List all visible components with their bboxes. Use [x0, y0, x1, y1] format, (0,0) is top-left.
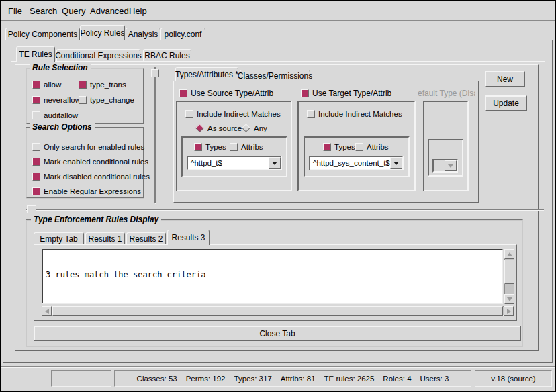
default-type-dropdown-button [445, 160, 457, 171]
results-summary: 3 rules match the search criteria [46, 270, 499, 279]
close-tab-button-label: Close Tab [259, 329, 295, 338]
new-button[interactable]: New [485, 71, 525, 87]
checkbox-auditallow[interactable]: auditallow [32, 110, 78, 120]
menu-advanced[interactable]: Advanced [90, 6, 129, 16]
checkbox-use-target[interactable]: Use Target Type/Attrib [301, 88, 391, 98]
update-button[interactable]: Update [485, 95, 527, 111]
tab-results-2[interactable]: Results 2 [126, 232, 166, 244]
checkbox-target-attribs[interactable]: Attribs [355, 142, 389, 152]
checkbox-mark-disabled[interactable]: Mark disabled conditional rules [32, 171, 150, 181]
checkbox-source-types[interactable]: Types [194, 142, 226, 152]
menu-search[interactable]: Search [30, 6, 57, 16]
checkbox-use-source[interactable]: Use Source Type/Attrib [179, 88, 273, 98]
tab-policy-rules[interactable]: Policy Rules [80, 25, 125, 40]
vscrollbar-down-button[interactable] [504, 294, 514, 304]
checkbox-type-change[interactable]: type_change [79, 95, 134, 105]
checkbox-allow[interactable]: allow [32, 79, 61, 89]
checkbox-target-types[interactable]: Types [323, 142, 355, 152]
radio-any[interactable]: Any [242, 123, 267, 133]
enable-regex-checkbox-indicator [32, 187, 40, 195]
checkbox-enable-regex[interactable]: Enable Regular Expressions [32, 186, 141, 196]
tab-rbac-rules-label: RBAC Rules [144, 51, 189, 60]
results-text-area[interactable]: 3 rules match the search criteria (5822)… [42, 249, 503, 304]
hscrollbar-right-button[interactable] [504, 306, 514, 316]
status-cell-version: v.18 (source) [475, 370, 552, 387]
menu-help[interactable]: Help [129, 6, 147, 16]
source-types-checkbox-indicator [194, 143, 202, 151]
target-types-checkbox-indicator [323, 143, 331, 151]
horizontal-sash[interactable] [26, 209, 544, 210]
checkbox-neverallow[interactable]: neverallow [32, 95, 81, 105]
menu-bar: File Search Query Advanced Help [1, 1, 555, 20]
target-attribs-checkbox-indicator [355, 143, 363, 151]
tab-conditional-expressions[interactable]: Conditional Expressions [56, 49, 140, 61]
mark-disabled-checkbox-indicator [32, 173, 40, 181]
vertical-sash[interactable] [154, 67, 156, 203]
target-types-checkbox-label: Types [334, 143, 355, 151]
checkbox-target-indirect[interactable]: Include Indirect Matches [307, 109, 402, 119]
target-combobox-dropdown-button[interactable] [390, 157, 402, 169]
source-type-combobox[interactable]: ^httpd_t$ [187, 156, 282, 170]
default-type-combobox-disabled [432, 159, 458, 173]
status-classes: Classes: 53 [137, 375, 177, 383]
tab-types-attributes[interactable]: Types/Attributes * [175, 67, 238, 81]
tab-te-rules[interactable]: TE Rules [16, 46, 55, 62]
tab-results-2-label: Results 2 [129, 234, 163, 244]
update-button-label: Update [493, 99, 519, 108]
target-type-combobox[interactable]: ^httpd_sys_content_t$ [309, 156, 404, 170]
statusbar-separator-light [1, 367, 555, 368]
rule-selection-title: Rule Selection [30, 63, 91, 72]
arrow-up-icon [507, 252, 512, 256]
apol-window: File Search Query Advanced Help Policy C… [0, 0, 556, 392]
vscrollbar-up-button[interactable] [504, 249, 514, 259]
tab-policy-components[interactable]: Policy Components [5, 28, 80, 40]
status-version-label: v.18 (source) [491, 375, 535, 383]
tab-classes-permissions[interactable]: Classes/Permissions [240, 70, 310, 81]
tab-results-1[interactable]: Results 1 [85, 232, 125, 244]
any-radio-label: Any [254, 124, 267, 132]
checkbox-source-attribs[interactable]: Attribs [230, 142, 263, 152]
close-tab-button[interactable]: Close Tab [34, 326, 521, 341]
status-types: Types: 317 [234, 375, 272, 383]
arrow-down-icon [507, 297, 512, 301]
tab-policy-conf[interactable]: policy.conf [160, 28, 205, 40]
target-indirect-checkbox-label: Include Indirect Matches [318, 110, 402, 118]
arrow-right-icon [507, 309, 511, 314]
source-attribs-checkbox-label: Attribs [241, 143, 263, 151]
checkbox-type-trans[interactable]: type_trans [79, 79, 126, 89]
tab-analysis[interactable]: Analysis [126, 28, 160, 40]
use-target-checkbox-label: Use Target Type/Attrib [312, 89, 391, 98]
chevron-down-icon [393, 162, 399, 165]
tab-rbac-rules[interactable]: RBAC Rules [143, 49, 191, 61]
hscrollbar-thumb[interactable] [52, 306, 503, 316]
source-indirect-checkbox-label: Include Indirect Matches [197, 110, 281, 118]
menu-query[interactable]: Query [62, 6, 85, 16]
source-combobox-dropdown-button[interactable] [269, 157, 281, 169]
vertical-sash-handle[interactable] [151, 69, 159, 77]
tab-classes-permissions-label: Classes/Permissions [238, 71, 312, 81]
any-radio-indicator [242, 124, 250, 132]
type-change-checkbox-label: type_change [90, 96, 134, 104]
checkbox-mark-enabled[interactable]: Mark enabled conditional rules [32, 156, 148, 166]
tab-empty-tab[interactable]: Empty Tab [34, 232, 84, 244]
tab-analysis-label: Analysis [128, 30, 158, 39]
menu-file[interactable]: File [8, 6, 22, 16]
status-cell-empty [51, 370, 111, 387]
checkbox-source-indirect[interactable]: Include Indirect Matches [185, 109, 281, 119]
target-attribs-checkbox-label: Attribs [367, 143, 389, 151]
checkbox-only-enabled[interactable]: Only search for enabled rules [32, 142, 144, 152]
tab-policy-conf-label: policy.conf [165, 30, 202, 39]
status-users: Users: 3 [420, 375, 449, 383]
hscrollbar-left-button[interactable] [42, 306, 52, 316]
tab-results-3[interactable]: Results 3 [167, 230, 210, 245]
tab-results-1-label: Results 1 [88, 234, 122, 244]
allow-checkbox-label: allow [44, 81, 61, 89]
vscrollbar-thumb[interactable] [504, 260, 514, 284]
use-source-checkbox-label: Use Source Type/Attrib [191, 89, 273, 98]
target-type-combobox-value: ^httpd_sys_content_t$ [310, 157, 390, 169]
arrow-left-icon [45, 309, 49, 314]
radio-as-source[interactable]: As source [195, 123, 242, 133]
horizontal-sash-handle[interactable] [27, 205, 36, 213]
tab-policy-rules-label: Policy Rules [80, 28, 124, 38]
mark-disabled-checkbox-label: Mark disabled conditional rules [44, 173, 150, 181]
